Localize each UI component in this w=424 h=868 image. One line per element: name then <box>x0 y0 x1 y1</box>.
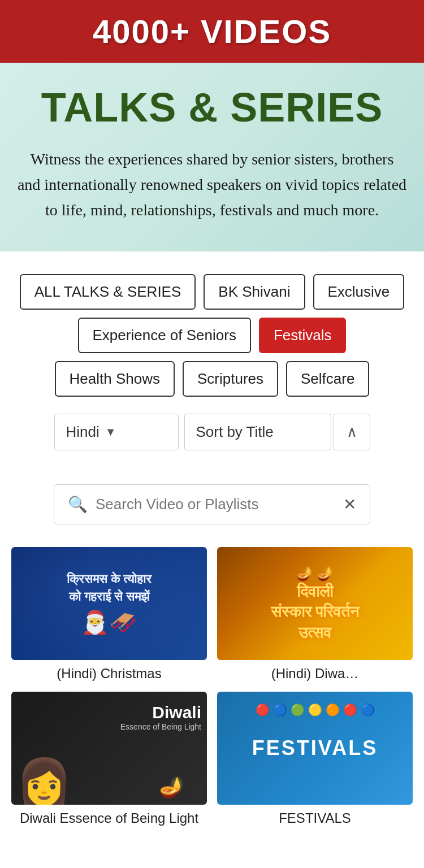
diya-icons: 🪔 🪔 <box>296 566 334 581</box>
video-thumbnail-festivals: 🔴🔵🟢🟡🟠🔴🔵 FESTIVALS <box>217 692 413 805</box>
essence-title-area: Diwali Essence of Being Light <box>120 703 201 731</box>
sort-label: Sort by Title <box>196 423 274 441</box>
search-section: 🔍 ✕ <box>0 473 424 541</box>
header-title: 4000+ VIDEOS <box>0 12 424 50</box>
festivals-title: FESTIVALS <box>252 736 378 760</box>
person-silhouette: 👩 <box>16 714 72 805</box>
search-bar: 🔍 ✕ <box>54 484 370 524</box>
filter-tag-exclusive[interactable]: Exclusive <box>313 274 405 310</box>
christmas-label: (Hindi) Christmas <box>11 666 207 682</box>
video-card-diwali-gold[interactable]: 🪔 🪔 दिवालीसंस्कार परिवर्तनउत्सव (Hindi) … <box>217 547 413 682</box>
hero-title: TALKS & SERIES <box>17 85 407 130</box>
festivals-label: FESTIVALS <box>217 810 413 826</box>
flame-icon: 🪔 <box>159 775 184 799</box>
video-card-diwali-essence[interactable]: 👩 Diwali Essence of Being Light 🪔 Diwali… <box>11 692 207 826</box>
santa-icon: 🎅🛷 <box>81 609 137 636</box>
language-dropdown[interactable]: Hindi ▼ <box>54 414 179 450</box>
hero-description: Witness the experiences shared by senior… <box>17 147 407 223</box>
essence-title-big: Diwali <box>120 703 201 722</box>
controls-row: Hindi ▼ Sort by Title ∧ <box>17 414 407 450</box>
video-grid: क्रिसमस के त्योहारको गहराई से समझें 🎅🛷 (… <box>0 541 424 843</box>
header-banner: 4000+ VIDEOS <box>0 0 424 63</box>
filter-tag-scriptures[interactable]: Scriptures <box>183 361 278 397</box>
video-thumbnail-diwali-essence: 👩 Diwali Essence of Being Light 🪔 <box>11 692 207 805</box>
sort-direction-button[interactable]: ∧ <box>334 414 370 450</box>
sort-dropdown[interactable]: Sort by Title <box>184 414 331 450</box>
filter-tag-festivals[interactable]: Festivals <box>259 318 347 353</box>
language-chevron-icon: ▼ <box>105 426 116 439</box>
video-card-christmas[interactable]: क्रिसमस के त्योहारको गहराई से समझें 🎅🛷 (… <box>11 547 207 682</box>
video-card-festivals[interactable]: 🔴🔵🟢🟡🟠🔴🔵 FESTIVALS FESTIVALS <box>217 692 413 826</box>
sort-direction-icon: ∧ <box>347 424 357 440</box>
filter-tag-all-talks[interactable]: ALL TALKS & SERIES <box>20 274 196 310</box>
diwali-hindi-text: दिवालीसंस्कार परिवर्तनउत्सव <box>271 581 360 643</box>
search-clear-icon[interactable]: ✕ <box>343 495 356 514</box>
filter-tag-experience-seniors[interactable]: Experience of Seniors <box>78 318 251 353</box>
search-input[interactable] <box>96 496 335 513</box>
filter-tag-bk-shivani[interactable]: BK Shivani <box>204 274 305 310</box>
christmas-hindi-text: क्रिसमस के त्योहारको गहराई से समझें <box>61 571 157 606</box>
essence-label: Diwali Essence of Being Light <box>11 810 207 826</box>
hero-section: TALKS & SERIES Witness the experiences s… <box>0 63 424 251</box>
language-label: Hindi <box>66 423 99 441</box>
diwali-gold-label: (Hindi) Diwa… <box>217 666 413 682</box>
video-thumbnail-diwali-gold: 🪔 🪔 दिवालीसंस्कार परिवर्तनउत्सव <box>217 547 413 660</box>
filter-tag-health-shows[interactable]: Health Shows <box>55 361 175 397</box>
filter-tag-selfcare[interactable]: Selfcare <box>286 361 369 397</box>
filter-tags-container: ALL TALKS & SERIES BK Shivani Exclusive … <box>17 274 407 397</box>
essence-title-sub: Essence of Being Light <box>120 722 201 731</box>
search-icon: 🔍 <box>68 495 88 514</box>
bunting-decoration: 🔴🔵🟢🟡🟠🔴🔵 <box>217 703 413 717</box>
video-thumbnail-christmas: क्रिसमस के त्योहारको गहराई से समझें 🎅🛷 <box>11 547 207 660</box>
filter-section: ALL TALKS & SERIES BK Shivani Exclusive … <box>0 251 424 473</box>
